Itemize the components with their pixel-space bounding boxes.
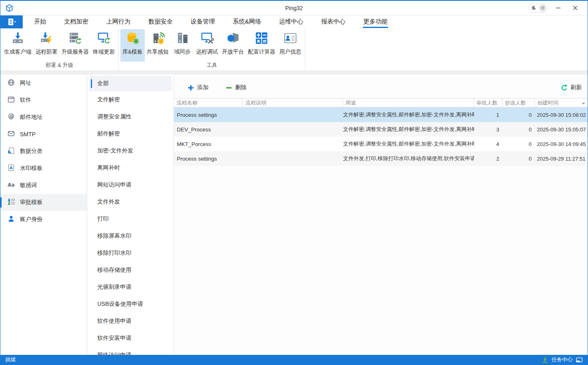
category-item-label: 打印 (97, 215, 109, 223)
ribbon-item-label: 用户信息 (279, 48, 301, 56)
category-item-removable-storage-use[interactable]: 移动存储使用 (89, 262, 172, 279)
cell-process-desc (243, 107, 343, 122)
ribbon-item-config-calculator[interactable]: 配置计算器 (246, 29, 278, 62)
column-header-usage[interactable]: 用途 (343, 99, 474, 107)
sun-icon (539, 4, 546, 12)
ribbon-item-domain-sync[interactable]: 域同步 (171, 29, 194, 62)
ribbon-item-library-template[interactable]: 库&模板 (120, 29, 145, 62)
cell-usage: 文件解密,调整安全属性,邮件解密,加密-文件外发,离网补时, (343, 107, 474, 122)
table-row[interactable]: Process settings文件外发,打印,移除打印水印,移动存储使用,软件… (174, 151, 588, 166)
category-item-adjust-security-attr[interactable]: 调整安全属性 (89, 108, 172, 125)
tab-label: 更多功能 (363, 16, 388, 28)
category-item-software-install-request[interactable]: 软件安装申请 (89, 330, 172, 347)
refresh-button[interactable]: 刷新 (561, 84, 582, 91)
category-item-encrypt-file-send[interactable]: 加密-文件外发 (89, 142, 172, 159)
sidebar-item-watermark-template[interactable]: A水印模板 (0, 160, 87, 177)
category-item-remove-screen-watermark[interactable]: 移除屏幕水印 (89, 228, 172, 245)
column-filter-icon[interactable] (581, 101, 586, 106)
tab-label: 开始 (34, 16, 47, 28)
category-item-disc-burn-request[interactable]: 光驱刻录申请 (89, 279, 172, 296)
sidebar-item-sensitive-words[interactable]: Aa敏感词 (0, 177, 87, 194)
category-item-usb-device-request[interactable]: USB设备使用申请 (89, 296, 172, 313)
category-item-software-use-request[interactable]: 软件使用申请 (89, 313, 172, 330)
minimize-icon (555, 5, 561, 11)
category-item-print[interactable]: 打印 (89, 210, 172, 228)
table-row[interactable]: DEV_Process文件解密,调整安全属性,邮件解密,加密-文件外发,离网补时… (174, 122, 588, 137)
category-item-offline-extend[interactable]: 离网补时 (89, 159, 172, 176)
column-header-process-name[interactable]: 流程名称 (174, 99, 243, 107)
sidebar-item-data-classification[interactable]: 数据分类 (0, 143, 87, 160)
column-header-cc-count[interactable]: 抄送人数 (502, 99, 535, 107)
column-header-process-desc[interactable]: 流程说明 (243, 99, 343, 107)
ribbon-item-user-info[interactable]: 用户信息 (277, 29, 303, 62)
tab-system-network[interactable]: 系统&网络 (224, 15, 270, 28)
ribbon-group-deploy-upgrade: 生成客户端 远程部署 升级服务器 终端更新部署 & 升级 (0, 28, 119, 71)
tab-report-center[interactable]: 报表中心 (312, 15, 354, 28)
ribbon-tabs: 开始文档加密上网行为数据安全设备管理系统&网络运维中心报表中心更多功能 (25, 15, 397, 28)
ribbon-item-open-platform[interactable]: 开放平台 (220, 29, 246, 62)
delete-button[interactable]: 删除 (225, 84, 247, 91)
tab-doc-encryption[interactable]: 文档加密 (55, 15, 97, 28)
sidebar-item-software[interactable]: 软件 (0, 92, 87, 109)
main-pane: 添加 删除 刷新 流程名称流程说明用途审批人数抄送人数创建时间 Process … (174, 75, 588, 355)
file-menu-button[interactable] (0, 15, 23, 28)
tab-more-features[interactable]: 更多功能 (354, 15, 397, 28)
cell-cc-count: 0 (502, 137, 535, 151)
sidebar-item-account-identity[interactable]: 账户身份 (0, 211, 87, 228)
upgrade-server-icon (68, 31, 82, 46)
generate-client-icon (11, 31, 25, 46)
cell-cc-count: 0 (502, 107, 535, 122)
ribbon-group-title: 部署 & 升级 (1, 62, 118, 71)
user-info-icon (283, 31, 297, 46)
minimize-button[interactable] (551, 3, 565, 13)
ribbon-item-remote-debug[interactable]: 远程调试 (194, 29, 220, 62)
sidebar: 网址 软件@邮件地址 SMTP 数据分类 A水印模板Aa敏感词 审批模板 账户身… (0, 75, 87, 355)
at-icon: @ (7, 113, 15, 122)
theme-toggle[interactable] (528, 4, 548, 13)
refresh-icon (561, 84, 568, 91)
category-item-mail-decrypt[interactable]: 邮件解密 (89, 125, 172, 142)
moon-icon (530, 4, 537, 12)
category-item-label: 软件使用申请 (97, 318, 131, 325)
add-button[interactable]: 添加 (187, 84, 208, 91)
ribbon-item-share-awareness[interactable]: 共享感知 (145, 29, 171, 62)
task-center-button[interactable]: 任务中心 (542, 356, 583, 363)
tab-ops-center[interactable]: 运维中心 (270, 15, 312, 28)
sidebar-item-urls[interactable]: 网址 (0, 75, 87, 92)
tab-data-security[interactable]: 数据安全 (139, 15, 182, 28)
ribbon-item-remote-deploy[interactable]: 远程部署 (34, 29, 60, 62)
app-logo-icon (5, 4, 13, 12)
sidebar-item-smtp[interactable]: SMTP (0, 126, 87, 143)
table-row[interactable]: Process settings文件解密,调整安全属性,邮件解密,加密-文件外发… (174, 107, 588, 122)
ribbon: 生成客户端 远程部署 升级服务器 终端更新部署 & 升级 库&模板 共享感知 域… (0, 28, 588, 71)
cell-created-time: 2025-09-30 15:08:02 (535, 107, 588, 122)
column-header-label: 抄送人数 (505, 99, 526, 107)
menu-bar: 开始文档加密上网行为数据安全设备管理系统&网络运维中心报表中心更多功能 (0, 15, 588, 28)
column-header-created-time[interactable]: 创建时间 (535, 99, 588, 107)
category-item-label: 网站访问申请 (97, 181, 131, 189)
sidebar-item-email-address[interactable]: @邮件地址 (0, 109, 87, 126)
category-item-website-access-request[interactable]: 网站访问申请 (89, 176, 172, 193)
tab-device-management[interactable]: 设备管理 (182, 15, 224, 28)
table-row[interactable]: MKT_Porcess文件解密,调整安全属性,邮件解密,加密-文件外发,离网补时… (174, 137, 588, 151)
status-text: 就绪 (5, 356, 16, 363)
category-item-network-access-request[interactable]: 网络访问申请 (89, 347, 172, 355)
ribbon-item-label: 远程部署 (36, 48, 58, 56)
ribbon-item-generate-client[interactable]: 生成客户端 (2, 29, 34, 62)
ribbon-item-terminal-update[interactable]: 终端更新 (91, 29, 117, 62)
ribbon-item-upgrade-server[interactable]: 升级服务器 (60, 29, 91, 62)
category-item-remove-print-watermark[interactable]: 移除打印水印 (89, 245, 172, 262)
tab-web-behavior[interactable]: 上网行为 (97, 15, 139, 28)
account-identity-icon (7, 215, 15, 224)
category-item-file-send[interactable]: 文件外发 (89, 193, 172, 210)
tab-label: 上网行为 (106, 16, 131, 28)
category-item-file-decrypt[interactable]: 文件解密 (89, 91, 172, 108)
close-button[interactable] (568, 3, 582, 13)
category-item-label: USB设备使用申请 (97, 301, 143, 308)
tab-home[interactable]: 开始 (25, 15, 55, 28)
ribbon-item-label: 域同步 (174, 48, 191, 56)
category-item-all[interactable]: 全部 (89, 76, 172, 91)
sidebar-item-approval-template[interactable]: 审批模板 (0, 194, 87, 211)
app-window: Ping32 (0, 0, 588, 365)
column-header-approver-count[interactable]: 审批人数 (474, 99, 502, 107)
